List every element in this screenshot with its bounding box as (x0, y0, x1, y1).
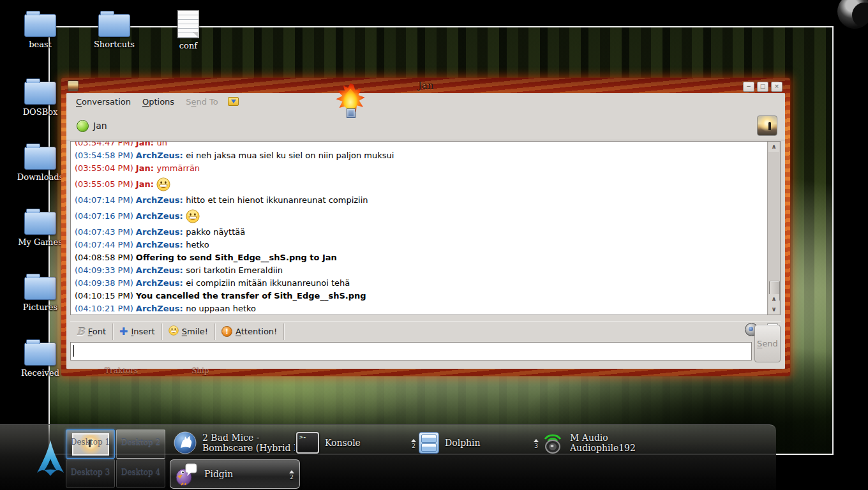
chat-message: (04:07:14 PM) ArchZeus: hitto et tein hi… (75, 194, 767, 207)
font-icon: B (77, 326, 85, 338)
desktop-corner-orb-icon[interactable] (837, 0, 868, 29)
menu-item-conversation[interactable]: Conversation (70, 94, 137, 109)
menu-item-send-to[interactable]: Send To (180, 94, 224, 109)
task-label: 2 Bad Mice -Bombscare (Hybrid Re (202, 433, 295, 453)
window-title: Jan (66, 80, 785, 91)
folder-icon (24, 82, 56, 105)
buddy-info-bar: Jan (66, 110, 785, 140)
folder-icon (24, 343, 56, 366)
taskbar-panel: Desktop 1Desktop 2Desktop 3Desktop 4 2 B… (0, 424, 776, 490)
desktop-icon-downloads[interactable]: Downloads (13, 142, 68, 182)
task-pidgin[interactable]: Pidgin2 (170, 459, 300, 489)
pidgin-icon (174, 462, 198, 486)
desktop-icon-beast[interactable]: beast (13, 9, 68, 49)
desktop-icon-label: Downloads (13, 172, 68, 182)
menu-extra-icon[interactable] (228, 97, 239, 106)
desktop-icon-conf[interactable]: conf (161, 9, 216, 50)
insert-icon: ✚ (119, 327, 128, 336)
desktop-icon-label: My Games (13, 237, 68, 247)
pager-label: Desktop 2 (117, 438, 165, 447)
folder-icon (98, 14, 130, 37)
desktop-icon-shortcuts[interactable]: Shortcuts (87, 9, 142, 49)
task-m-audio[interactable]: M AudioAudiophile192 (537, 429, 670, 457)
desktop-icon-pictures[interactable]: Pictures (13, 272, 68, 312)
folder-icon (24, 277, 56, 300)
smiley-icon (168, 325, 179, 338)
maximize-button[interactable]: □ (757, 82, 768, 92)
task-window-count-badge: 2 (289, 468, 294, 480)
pager-label: Desktop 4 (117, 468, 165, 477)
desktop-icon-dosbox[interactable]: DOSBox (13, 77, 68, 117)
audio-card-icon (541, 431, 564, 454)
minimize-button[interactable]: − (743, 82, 754, 92)
toolbar-button-font[interactable]: BFont (70, 322, 112, 341)
chat-message: (03:54:47 PM) Jan: uh (75, 142, 767, 149)
buddy-name: Jan (93, 121, 107, 131)
chat-message: (04:07:16 PM) ArchZeus: (75, 207, 767, 226)
pager-label: Desktop 1 (66, 438, 114, 447)
chat-message: (03:55:04 PM) Jan: ymmärrän (75, 162, 767, 175)
folder-icon (24, 147, 56, 170)
pidgin-conversation-window: Jan − □ × ConversationOptionsSend To Jan… (61, 78, 790, 376)
window-titlebar[interactable]: Jan − □ × (66, 78, 785, 93)
log-scrollbar[interactable]: ∧ ∧ ∨ (767, 142, 780, 315)
buddy-avatar[interactable] (757, 115, 777, 136)
toolbar-button-insert[interactable]: ✚Insert (113, 322, 161, 341)
send-button[interactable]: Send (754, 325, 781, 362)
dolphin-icon (419, 432, 439, 454)
pager-label: Desktop 3 (66, 468, 114, 477)
big-grin-emoticon-icon (156, 177, 170, 191)
pager-desktop-3[interactable]: Desktop 3 (66, 459, 115, 487)
chat-message: (04:08:58 PM) Offering to send Sith_Edge… (75, 251, 767, 264)
text-caret (73, 345, 74, 357)
pager-desktop-2[interactable]: Desktop 2 (116, 429, 165, 459)
chat-message: (04:09:38 PM) ArchZeus: ei compiziin mit… (75, 277, 767, 290)
chat-message: (04:10:15 PM) You cancelled the transfer… (75, 290, 767, 302)
pager-desktop-4[interactable]: Desktop 4 (116, 459, 165, 487)
konsole-icon (296, 432, 319, 454)
attention-icon: ! (221, 326, 232, 337)
scroll-up-button-2[interactable]: ∧ (768, 294, 779, 304)
arch-menu-icon[interactable] (36, 440, 65, 477)
chat-message: (04:09:33 PM) ArchZeus: sori tarkotin Em… (75, 264, 767, 277)
desktop-icon-label: conf (161, 41, 216, 50)
message-input[interactable] (70, 342, 752, 360)
big-grin-emoticon-icon (168, 325, 179, 336)
desktop-icon-label: DOSBox (13, 107, 68, 117)
desktop-icon-my-games[interactable]: My Games (13, 207, 68, 247)
desktop-icon-label: Pictures (13, 302, 68, 312)
scroll-down-button[interactable]: ∨ (768, 304, 779, 315)
task-label: Pidgin (204, 469, 283, 479)
occluded-icon-label: Traktors (105, 366, 138, 375)
pager-desktop-1[interactable]: Desktop 1 (66, 429, 115, 459)
compose-toolbar: BFont✚Insert Smile!!Attention! ? (70, 321, 781, 341)
desktop-screen: beastShortcutsconfDOSBoxDownloadsMy Game… (0, 0, 868, 490)
task-2-bad-mice-[interactable]: 2 Bad Mice -Bombscare (Hybrid Re (170, 429, 299, 457)
menu-bar: ConversationOptionsSend To (66, 93, 785, 110)
chat-message: (04:10:21 PM) ArchZeus: no uppaan hetko (75, 302, 767, 315)
task-konsole[interactable]: Konsole2 (292, 429, 421, 457)
status-available-icon (77, 120, 89, 132)
desktop-icon-label: Received (13, 368, 68, 378)
folder-icon (24, 14, 56, 37)
burning-window-icon (347, 108, 355, 118)
chat-message: (04:07:43 PM) ArchZeus: pakko näyttää (75, 226, 767, 239)
conversation-messages: (03:54:47 PM) Jan: uh(03:54:58 PM) ArchZ… (71, 142, 767, 315)
chat-message: (04:07:44 PM) ArchZeus: hetko (75, 239, 767, 251)
desktop-icon-received[interactable]: Received (13, 338, 68, 378)
toolbar-separator (283, 323, 284, 340)
chat-message: (03:55:05 PM) Jan: (75, 175, 767, 194)
conversation-log[interactable]: (03:54:47 PM) Jan: uh(03:54:58 PM) ArchZ… (70, 141, 781, 315)
close-button[interactable]: × (771, 82, 782, 92)
task-label: M AudioAudiophile192 (570, 433, 666, 453)
toolbar-button-smile-[interactable]: Smile! (162, 322, 214, 341)
task-dolphin[interactable]: Dolphin3 (415, 429, 544, 457)
task-label: Dolphin (445, 438, 528, 448)
big-grin-emoticon-icon (186, 209, 200, 223)
desktop-icon-label: Shortcuts (87, 40, 142, 49)
menu-item-options[interactable]: Options (137, 94, 180, 109)
toolbar-button-attention-[interactable]: !Attention! (215, 322, 283, 341)
scroll-up-button[interactable]: ∧ (768, 142, 779, 152)
desktop-icon-label: beast (13, 40, 68, 49)
occluded-icon-label: Ship (191, 366, 209, 375)
